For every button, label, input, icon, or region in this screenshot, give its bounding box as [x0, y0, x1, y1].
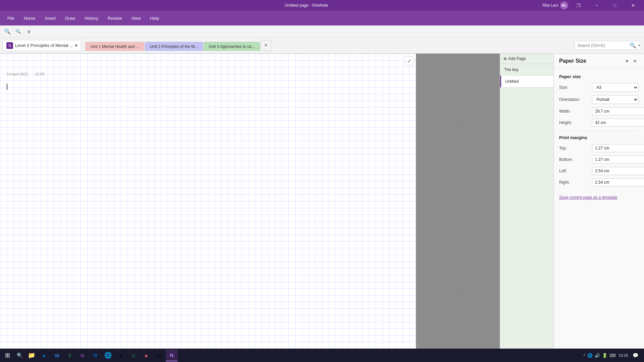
bottom-label: Bottom: — [559, 157, 589, 162]
taskbar-app-explorer2[interactable]: 🗂 — [153, 349, 165, 361]
notebook-icon: N — [6, 42, 13, 49]
width-input[interactable] — [592, 107, 644, 115]
height-field-row: Height: — [559, 119, 639, 127]
orientation-select[interactable]: Portrait Landscape — [592, 95, 639, 104]
page-date: 14 April 2021 — [7, 72, 28, 76]
start-button[interactable]: ⊞ — [1, 349, 13, 361]
top-label: Top: — [559, 146, 589, 150]
taskbar-app-todo[interactable]: ✔ — [115, 349, 127, 361]
print-margins-heading: Print margins — [559, 135, 639, 140]
close-button[interactable]: ✕ — [625, 0, 641, 11]
add-section-button[interactable]: + — [261, 40, 271, 51]
expand-canvas-button[interactable]: ⤢ — [405, 56, 414, 66]
search-box[interactable]: 🔍 ▾ — [574, 41, 641, 50]
menu-history[interactable]: History — [81, 14, 102, 23]
left-margin-row: Left: — [559, 167, 639, 175]
tray-network-icon: 🌐 — [587, 353, 593, 358]
minimize-button[interactable]: − — [589, 0, 604, 11]
taskbar-app-spotify[interactable]: ♫ — [127, 349, 140, 361]
left-input[interactable] — [592, 167, 644, 175]
taskbar-search-button[interactable]: 🔍 — [14, 350, 25, 361]
menu-file[interactable]: File — [3, 14, 18, 23]
taskbar-app-chrome[interactable]: 🌐 — [102, 349, 114, 361]
zoom-out-button[interactable]: 🔍 — [13, 27, 23, 36]
tray-battery-icon: 🔋 — [602, 353, 607, 358]
panel-close-button[interactable]: ✕ — [631, 58, 639, 64]
date-time: 14 April 2021 12:58 — [7, 72, 44, 76]
user-name: Rita Leci — [542, 3, 558, 8]
notebook-selector[interactable]: N Level 2 Principles of Mental ... ▾ — [3, 40, 81, 51]
tray-keyboard-icon: ⌨ — [609, 353, 616, 358]
section-tab-unit3[interactable]: Unit 3 Approaches to ca... — [204, 42, 260, 51]
size-select[interactable]: A3 A4 Letter — [592, 83, 639, 92]
more-toolbar-button[interactable]: ∨ — [24, 27, 34, 36]
save-template-link[interactable]: Save current page as a template — [559, 195, 617, 200]
bottom-margin-row: Bottom: — [559, 156, 639, 164]
quick-access-toolbar: 🔍 🔍 ∨ — [0, 25, 644, 38]
titlebar: Untitled page - OneNote Rita Leci RL ❐ −… — [0, 0, 644, 11]
search-dropdown-icon[interactable]: ▾ — [638, 44, 640, 47]
section-divider — [559, 131, 639, 131]
canvas-wrapper: 14 April 2021 12:58 ⤢ — [0, 54, 500, 349]
text-cursor — [7, 84, 7, 90]
notebook-bar: N Level 2 Principles of Mental ... ▾ Uni… — [0, 38, 644, 54]
taskbar-app-unknown1[interactable]: ▲ — [140, 349, 152, 361]
add-page-header[interactable]: ⊕ Add Page — [500, 54, 553, 64]
maximize-button[interactable]: □ — [607, 0, 623, 11]
menu-insert[interactable]: Insert — [41, 14, 60, 23]
titlebar-title: Untitled page - OneNote — [70, 3, 542, 8]
page-item-untitled[interactable]: Untitled — [500, 76, 553, 87]
page-item-the-key[interactable]: The key — [500, 64, 553, 76]
add-page-icon: ⊕ — [503, 56, 507, 61]
taskbar-app-onenote[interactable]: N — [76, 349, 89, 361]
menu-help[interactable]: Help — [146, 14, 163, 23]
notification-button[interactable]: 💬 — [631, 351, 640, 360]
taskbar-clock[interactable]: 13:10 — [619, 353, 628, 357]
top-input[interactable] — [592, 144, 644, 152]
search-input[interactable] — [577, 43, 628, 48]
right-label: Right: — [559, 180, 589, 185]
section-tabs: Unit 1 Mental Health and ... Unit 2 Prin… — [85, 40, 572, 51]
titlebar-user: Rita Leci RL — [542, 1, 568, 9]
panel-dropdown-button[interactable]: ▾ — [624, 58, 630, 64]
section-tab-unit1[interactable]: Unit 1 Mental Health and ... — [85, 42, 144, 51]
taskbar-app-onenote2[interactable]: N — [166, 349, 178, 361]
menu-view[interactable]: View — [127, 14, 145, 23]
restore-down-button[interactable]: ❐ — [571, 0, 586, 11]
width-label: Width: — [559, 109, 589, 114]
menu-draw[interactable]: Draw — [61, 14, 79, 23]
right-input[interactable] — [592, 178, 644, 186]
taskbar-app-word[interactable]: W — [51, 349, 63, 361]
expand-icon: ⤢ — [407, 58, 411, 64]
panel-controls: ▾ ✕ — [624, 58, 639, 64]
add-page-label: Add Page — [508, 56, 526, 61]
width-field-row: Width: — [559, 107, 639, 115]
taskbar-app-file-explorer[interactable]: 📁 — [25, 349, 38, 361]
tray-volume-icon[interactable]: 🔊 — [595, 353, 600, 358]
taskbar-app-outlook[interactable]: O — [89, 349, 101, 361]
panel-body: Paper size Size: A3 A4 Letter Orientatio… — [554, 69, 644, 205]
canvas-grid[interactable]: 14 April 2021 12:58 ⤢ — [0, 54, 500, 349]
taskbar-app-excel[interactable]: X — [64, 349, 76, 361]
menubar: File Home Insert Draw History Review Vie… — [0, 11, 644, 25]
user-avatar[interactable]: RL — [560, 1, 568, 9]
height-input[interactable] — [592, 119, 644, 127]
bottom-input[interactable] — [592, 156, 644, 164]
notebook-dropdown-icon: ▾ — [75, 43, 77, 48]
zoom-in-button[interactable]: 🔍 — [3, 27, 12, 36]
menu-review[interactable]: Review — [104, 14, 126, 23]
height-label: Height: — [559, 120, 589, 125]
paper-size-heading: Paper size — [559, 74, 639, 79]
page-panel: ⊕ Add Page The key Untitled — [500, 54, 553, 349]
notebook-name: Level 2 Principles of Mental ... — [15, 43, 73, 48]
orientation-label: Orientation: — [559, 97, 589, 102]
top-margin-row: Top: — [559, 144, 639, 152]
section-tab-unit2[interactable]: Unit 2 Principles of the M... — [145, 42, 203, 51]
taskbar-app-edge[interactable]: e — [38, 349, 50, 361]
tray-icons: ^ 🌐 🔊 🔋 ⌨ — [583, 353, 616, 358]
right-margin-row: Right: — [559, 178, 639, 186]
taskbar: ⊞ 🔍 📁 e W X N O 🌐 ✔ ♫ ▲ 🗂 N ^ 🌐 🔊 🔋 ⌨ 13… — [0, 349, 644, 362]
tray-chevron[interactable]: ^ — [583, 353, 585, 358]
menu-home[interactable]: Home — [20, 14, 40, 23]
taskbar-right: ^ 🌐 🔊 🔋 ⌨ 13:10 💬 — [581, 351, 643, 360]
